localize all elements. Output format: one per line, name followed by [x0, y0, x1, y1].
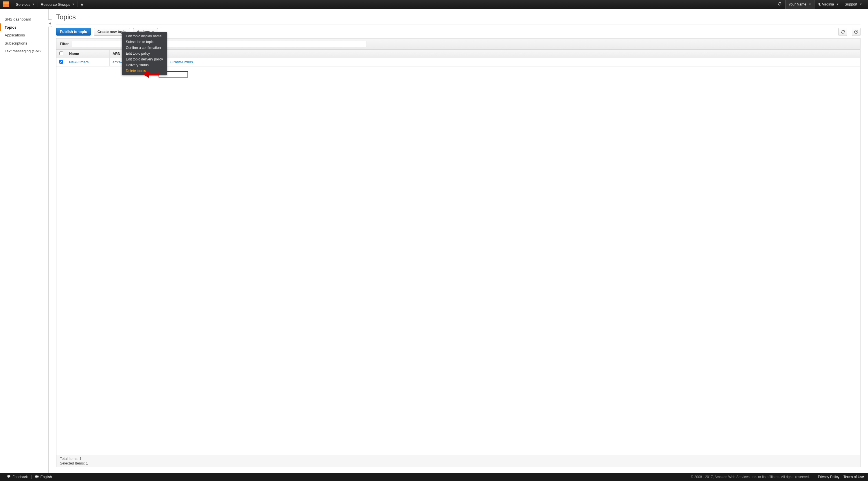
status-bar: Total Items: 1 Selected Items: 1: [56, 455, 860, 467]
action-edit-delivery-policy[interactable]: Edit topic delivery policy: [122, 56, 167, 62]
total-value: 1: [79, 457, 81, 461]
feedback-link[interactable]: Feedback: [4, 475, 31, 479]
selected-label: Selected Items:: [60, 461, 85, 466]
account-menu[interactable]: Your Name ▼: [785, 0, 814, 9]
row-arn-cell: arn:awsxxxxxxxxxxxxxxxxxxxxxxxxx8:New-Or…: [110, 58, 861, 66]
caret-down-icon: ▼: [72, 3, 75, 6]
sidebar-item-subscriptions[interactable]: Subscriptions: [0, 39, 48, 47]
sidebar-item-sns-dashboard[interactable]: SNS dashboard: [0, 15, 48, 24]
topics-table: Name ARN New-Orders: [56, 50, 860, 66]
table-row[interactable]: New-Orders arn:awsxxxxxxxxxxxxxxxxxxxxxx…: [56, 58, 860, 66]
speech-bubble-icon: [7, 475, 11, 479]
selected-items: Selected Items: 1: [60, 461, 857, 466]
resource-groups-label: Resource Groups: [41, 2, 70, 7]
language-label: English: [40, 475, 52, 479]
pin-icon[interactable]: ★: [78, 2, 86, 7]
account-controls: Your Name ▼ N. Virginia ▼ Support ▼: [785, 0, 865, 9]
row-checkbox-cell: [56, 58, 66, 66]
total-label: Total Items:: [60, 457, 79, 461]
caret-down-icon: ▼: [809, 3, 811, 6]
caret-down-icon: ▼: [860, 3, 862, 6]
aws-logo-icon[interactable]: [3, 1, 9, 7]
notifications-bell-icon[interactable]: [774, 2, 785, 7]
col-arn[interactable]: ARN: [110, 50, 861, 58]
services-menu[interactable]: Services ▼: [13, 0, 38, 9]
filter-input[interactable]: [72, 41, 367, 47]
divider: [56, 25, 861, 25]
top-nav: Services ▼ Resource Groups ▼ ★ Your Name…: [0, 0, 868, 9]
feedback-label: Feedback: [12, 475, 28, 479]
topics-panel: Filter Name ARN: [56, 38, 861, 467]
action-subscribe-to-topic[interactable]: Subscribe to topic: [122, 39, 167, 45]
col-name[interactable]: Name: [66, 50, 110, 58]
sidebar: SNS dashboard Topics Applications Subscr…: [0, 9, 49, 473]
publish-to-topic-button[interactable]: Publish to topic: [56, 28, 91, 36]
help-button[interactable]: [852, 28, 861, 36]
caret-down-icon: ▼: [32, 3, 35, 6]
support-label: Support: [844, 2, 857, 6]
arn-right: 8:New-Orders: [170, 60, 193, 64]
select-all-checkbox[interactable]: [59, 52, 63, 55]
services-label: Services: [16, 2, 30, 7]
caret-down-icon: ▼: [836, 3, 839, 6]
actions-menu: Edit topic display name Subscribe to top…: [122, 32, 167, 75]
support-menu[interactable]: Support ▼: [842, 0, 865, 9]
topic-name-link[interactable]: New-Orders: [69, 60, 89, 64]
refresh-icon: [841, 30, 845, 34]
globe-icon: [35, 475, 39, 479]
row-checkbox[interactable]: [59, 60, 63, 64]
copyright: © 2008 - 2017, Amazon Web Services, Inc.…: [691, 475, 810, 479]
footer: Feedback English © 2008 - 2017, Amazon W…: [0, 473, 868, 481]
toolbar: Publish to topic Create new topic Action…: [56, 28, 861, 36]
account-name: Your Name: [788, 2, 806, 6]
page-title: Topics: [56, 13, 861, 21]
region-label: N. Virginia: [817, 2, 834, 6]
filter-bar: Filter: [56, 38, 860, 50]
filter-label: Filter: [60, 42, 69, 46]
sidebar-item-text-messaging[interactable]: Text messaging (SMS): [0, 47, 48, 55]
select-all-header: [56, 50, 66, 58]
refresh-button[interactable]: [838, 28, 847, 36]
sidebar-item-applications[interactable]: Applications: [0, 31, 48, 39]
selected-value: 1: [86, 461, 88, 466]
main-content: Topics Publish to topic Create new topic…: [49, 9, 868, 473]
total-items: Total Items: 1: [60, 456, 857, 461]
table-header-row: Name ARN: [56, 50, 860, 58]
action-edit-display-name[interactable]: Edit topic display name: [122, 33, 167, 39]
action-delivery-status[interactable]: Delivery status: [122, 62, 167, 68]
divider: [31, 475, 32, 479]
action-confirm-confirmation[interactable]: Confirm a confirmation: [122, 45, 167, 51]
language-selector[interactable]: English: [32, 475, 55, 479]
privacy-policy-link[interactable]: Privacy Policy: [818, 475, 840, 479]
terms-of-use-link[interactable]: Terms of Use: [843, 475, 864, 479]
help-icon: [854, 30, 858, 34]
action-edit-topic-policy[interactable]: Edit topic policy: [122, 51, 167, 56]
resource-groups-menu[interactable]: Resource Groups ▼: [38, 0, 78, 9]
sidebar-item-topics[interactable]: Topics: [0, 24, 48, 32]
action-delete-topics[interactable]: Delete topics: [122, 68, 167, 74]
region-menu[interactable]: N. Virginia ▼: [814, 0, 842, 9]
row-name-cell: New-Orders: [66, 58, 110, 66]
